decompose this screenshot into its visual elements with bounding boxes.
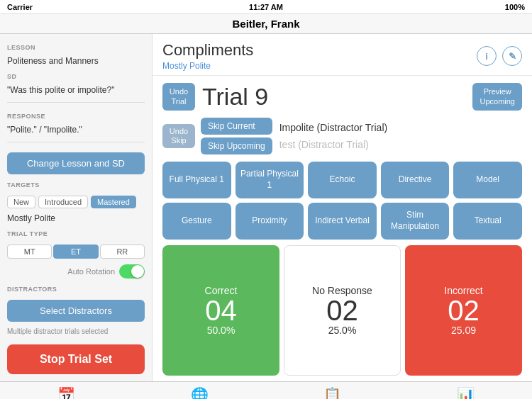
incorrect-percent: 25.09 — [451, 325, 476, 336]
target-current: Mostly Polite — [7, 213, 145, 223]
sd-label: SD — [7, 73, 145, 80]
main-layout: LESSON Politeness and Manners SD "Was th… — [0, 34, 532, 381]
change-lesson-label: Change Lesson and SD — [27, 158, 125, 169]
auto-rotation-row: Auto Rotation — [7, 264, 145, 279]
prompt-grid: Full Physical 1 Partial Physical 1 Echoi… — [153, 162, 532, 245]
sidebar: LESSON Politeness and Manners SD "Was th… — [0, 34, 153, 381]
skip-current-label: Impolite (Distractor Trial) — [279, 122, 387, 133]
nav-notes[interactable]: 📋 Notes — [266, 382, 399, 399]
undo-trial-line1: Undo — [168, 87, 189, 96]
distractor-note: Multiple distractor trials selected — [7, 327, 145, 335]
title-bar: Beitler, Frank — [0, 14, 532, 34]
score-correct[interactable]: Correct 04 50.0% — [162, 245, 279, 376]
trial-section: Undo Trial Trial 9 Preview Upcoming — [153, 76, 532, 118]
skip-buttons: Skip Current Skip Upcoming — [201, 118, 272, 154]
skip-upcoming-button[interactable]: Skip Upcoming — [201, 137, 272, 154]
appointment-icon: 📅 — [57, 386, 75, 400]
undo-skip-line2: Skip — [167, 136, 191, 145]
targets-row: New Introduced Mastered — [7, 196, 145, 208]
divider-2 — [7, 142, 145, 142]
nav-map[interactable]: 🌐 Map — [133, 382, 267, 399]
undo-skip-line1: Undo — [167, 127, 191, 136]
prompt-textual[interactable]: Textual — [453, 203, 522, 240]
prompt-indirect-verbal[interactable]: Indirect Verbal — [308, 203, 377, 240]
stop-trial-label: Stop Trial Set — [40, 353, 112, 365]
prompt-proximity[interactable]: Proximity — [235, 203, 304, 240]
preview-upcoming-button[interactable]: Preview Upcoming — [472, 83, 522, 110]
carrier-label: Carrier — [7, 3, 33, 11]
correct-percent: 50.0% — [207, 325, 235, 336]
page-title: Beitler, Frank — [232, 18, 299, 30]
target-mastered[interactable]: Mastered — [91, 196, 136, 208]
content-header-top: Compliments Mostly Polite i ✎ — [162, 41, 522, 71]
content-header: Compliments Mostly Polite i ✎ — [153, 34, 532, 76]
divider-1 — [7, 102, 145, 103]
skip-upcoming-label: test (Distractor Trial) — [279, 139, 387, 150]
skip-current-button[interactable]: Skip Current — [201, 118, 272, 135]
content-title: Compliments — [162, 41, 253, 60]
trial-type-rr[interactable]: RR — [100, 245, 145, 259]
sd-value: "Was this polite or impolite?" — [7, 85, 145, 95]
info-icon[interactable]: i — [477, 46, 497, 66]
score-incorrect[interactable]: Incorrect 02 25.09 — [405, 245, 522, 376]
header-icons: i ✎ — [477, 46, 522, 66]
no-response-percent: 25.0% — [328, 325, 357, 336]
nav-appointment[interactable]: 📅 Appointment — [0, 382, 133, 399]
data-sheets-icon: 📊 — [457, 386, 475, 400]
prompt-stim-manipulation[interactable]: Stim Manipulation — [381, 203, 450, 240]
prompt-full-physical[interactable]: Full Physical 1 — [162, 162, 231, 198]
score-row: Correct 04 50.0% No Response 02 25.0% In… — [153, 245, 532, 381]
status-bar: Carrier 11:27 AM 100% — [0, 0, 532, 14]
targets-label: TARGETS — [7, 181, 145, 189]
content-title-block: Compliments Mostly Polite — [162, 41, 253, 71]
notes-icon: 📋 — [323, 386, 341, 400]
trial-type-et[interactable]: ET — [53, 245, 98, 259]
trial-type-label: TRIAL TYPE — [7, 230, 145, 237]
target-introduced[interactable]: Introduced — [38, 196, 88, 208]
prompt-echoic[interactable]: Echoic — [308, 162, 377, 198]
incorrect-number: 02 — [448, 296, 480, 325]
distractors-label: DISTRACTORS — [7, 286, 145, 293]
trial-type-row: MT ET RR — [7, 245, 145, 259]
nav-data-sheets[interactable]: 📊 Data Sheets — [399, 382, 533, 399]
time-label: 11:27 AM — [249, 3, 283, 11]
battery-label: 100% — [505, 3, 525, 11]
stop-trial-button[interactable]: Stop Trial Set — [7, 344, 145, 374]
response-label: RESPONSE — [7, 113, 145, 120]
content-area: Compliments Mostly Polite i ✎ Undo Trial… — [153, 34, 532, 381]
no-response-number: 02 — [326, 296, 358, 325]
skip-labels: Impolite (Distractor Trial) test (Distra… — [279, 122, 387, 150]
trial-number: Trial 9 — [202, 83, 472, 111]
preview-line1: Preview — [480, 87, 515, 96]
prompt-gesture[interactable]: Gesture — [162, 203, 231, 240]
lesson-label: LESSON — [7, 44, 145, 51]
select-distractors-button[interactable]: Select Distractors — [7, 300, 145, 322]
trial-type-mt[interactable]: MT — [7, 245, 52, 259]
target-new[interactable]: New — [7, 196, 35, 208]
edit-icon[interactable]: ✎ — [502, 46, 522, 66]
prompt-directive[interactable]: Directive — [381, 162, 450, 198]
bottom-nav: 📅 Appointment 🌐 Map 📋 Notes 📊 Data Sheet… — [0, 381, 532, 399]
undo-skip-button[interactable]: Undo Skip — [162, 124, 195, 148]
prompt-model[interactable]: Model — [453, 162, 522, 198]
toggle-knob — [131, 265, 144, 278]
prompt-partial-physical[interactable]: Partial Physical 1 — [235, 162, 304, 198]
undo-trial-line2: Trial — [168, 97, 189, 106]
response-value: "Polite." / "Impolite." — [7, 125, 145, 135]
undo-trial-button[interactable]: Undo Trial — [162, 83, 195, 110]
lesson-value: Politeness and Manners — [7, 56, 145, 66]
auto-rotation-toggle[interactable] — [119, 264, 145, 279]
score-no-response[interactable]: No Response 02 25.0% — [284, 245, 401, 376]
select-distractors-label: Select Distractors — [40, 305, 112, 316]
preview-line2: Upcoming — [480, 97, 515, 106]
skip-section: Undo Skip Skip Current Skip Upcoming Imp… — [153, 118, 532, 162]
content-subtitle: Mostly Polite — [162, 61, 253, 71]
auto-rotation-label: Auto Rotation — [67, 267, 115, 276]
change-lesson-button[interactable]: Change Lesson and SD — [7, 152, 145, 174]
correct-number: 04 — [205, 296, 237, 325]
map-icon: 🌐 — [191, 386, 209, 400]
